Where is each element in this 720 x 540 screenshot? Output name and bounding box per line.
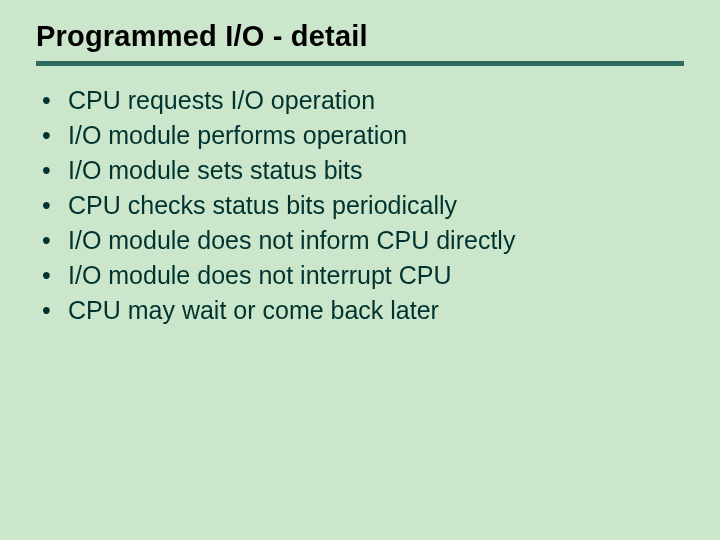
list-item: I/O module performs operation — [38, 119, 684, 152]
list-item: CPU requests I/O operation — [38, 84, 684, 117]
bullet-list: CPU requests I/O operation I/O module pe… — [36, 84, 684, 327]
list-item: CPU may wait or come back later — [38, 294, 684, 327]
list-item: I/O module does not inform CPU directly — [38, 224, 684, 257]
list-item: CPU checks status bits periodically — [38, 189, 684, 222]
list-item: I/O module sets status bits — [38, 154, 684, 187]
slide-title: Programmed I/O - detail — [36, 20, 684, 66]
slide: Programmed I/O - detail CPU requests I/O… — [0, 0, 720, 540]
list-item: I/O module does not interrupt CPU — [38, 259, 684, 292]
